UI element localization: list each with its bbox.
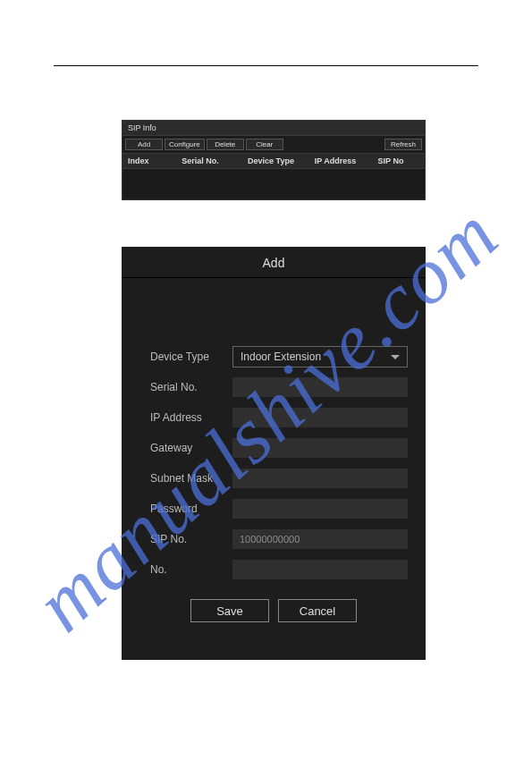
dialog-button-row: Save Cancel bbox=[122, 599, 426, 622]
ip-address-input[interactable] bbox=[232, 408, 408, 427]
table-header: Index Serial No. Device Type IP Address … bbox=[122, 153, 425, 169]
form-area: Device Type Indoor Extension Serial No. … bbox=[122, 278, 426, 580]
add-dialog: Add Device Type Indoor Extension Serial … bbox=[122, 247, 426, 660]
save-button[interactable]: Save bbox=[190, 599, 269, 622]
add-button[interactable]: Add bbox=[125, 139, 163, 150]
device-type-value: Indoor Extension bbox=[241, 350, 321, 363]
label-serial-no: Serial No. bbox=[150, 381, 232, 393]
serial-no-input[interactable] bbox=[232, 377, 408, 397]
row-device-type: Device Type Indoor Extension bbox=[150, 346, 408, 367]
label-gateway: Gateway bbox=[150, 442, 232, 454]
label-sip-no: SIP No. bbox=[150, 533, 232, 545]
row-ip-address: IP Address bbox=[150, 407, 408, 428]
subnet-mask-input[interactable] bbox=[232, 469, 408, 488]
label-ip-address: IP Address bbox=[150, 411, 232, 424]
clear-button[interactable]: Clear bbox=[246, 139, 283, 150]
row-subnet-mask: Subnet Mask bbox=[150, 468, 408, 489]
row-password: Password bbox=[150, 498, 408, 519]
sip-toolbar: Add Configure Delete Clear Refresh bbox=[122, 136, 425, 153]
sip-info-panel: SIP Info Add Configure Delete Clear Refr… bbox=[122, 120, 426, 200]
toolbar-spacer bbox=[285, 139, 383, 150]
row-serial-no: Serial No. bbox=[150, 376, 408, 398]
sip-no-input[interactable] bbox=[232, 529, 408, 549]
col-header-ip: IP Address bbox=[307, 156, 364, 165]
gateway-input[interactable] bbox=[232, 438, 408, 458]
col-header-sip: SIP No bbox=[364, 156, 418, 165]
refresh-button[interactable]: Refresh bbox=[384, 139, 422, 150]
label-device-type: Device Type bbox=[150, 350, 232, 363]
label-no: No. bbox=[150, 563, 232, 576]
delete-button[interactable]: Delete bbox=[207, 139, 244, 150]
dialog-title: Add bbox=[122, 247, 426, 278]
row-no: No. bbox=[150, 559, 408, 580]
row-gateway: Gateway bbox=[150, 437, 408, 459]
table-body-empty bbox=[122, 169, 425, 196]
no-input[interactable] bbox=[232, 560, 408, 579]
col-header-device: Device Type bbox=[235, 156, 307, 165]
col-header-serial: Serial No. bbox=[165, 156, 235, 165]
top-divider bbox=[54, 65, 478, 66]
col-header-index: Index bbox=[122, 156, 165, 165]
cancel-button[interactable]: Cancel bbox=[278, 599, 357, 622]
sip-info-title: SIP Info bbox=[122, 121, 425, 136]
chevron-down-icon bbox=[391, 355, 400, 359]
label-password: Password bbox=[150, 502, 232, 515]
label-subnet-mask: Subnet Mask bbox=[150, 472, 232, 485]
row-sip-no: SIP No. bbox=[150, 528, 408, 550]
configure-button[interactable]: Configure bbox=[165, 139, 205, 150]
password-input[interactable] bbox=[232, 499, 408, 519]
device-type-select[interactable]: Indoor Extension bbox=[232, 346, 408, 367]
